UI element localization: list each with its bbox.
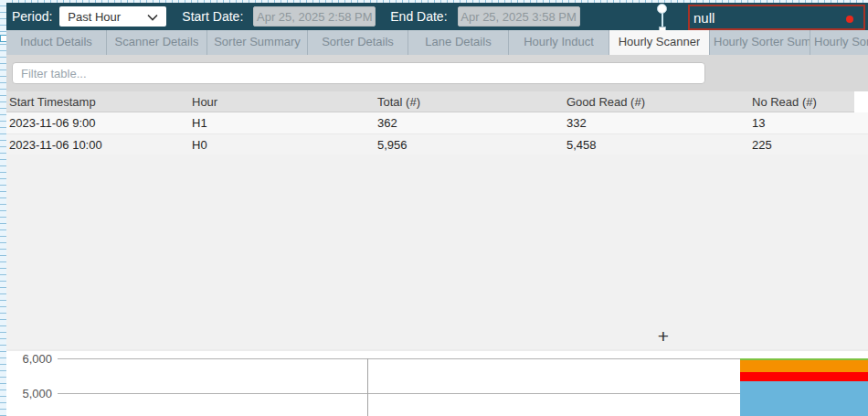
tab-sorter-details[interactable]: Sorter Details [308,30,408,55]
cell-start-timestamp: 2023-11-06 10:00 [9,138,102,152]
tab-lane-details[interactable]: Lane Details [408,30,509,55]
cell-total: 362 [377,116,397,130]
tab-bar: Induct Details Scanner Details Sorter Su… [6,30,868,55]
left-ruler [0,0,6,416]
filter-table-input[interactable] [12,62,705,84]
stacked-bar [740,351,868,416]
tab-hourly-scanner[interactable]: Hourly Scanner [609,30,710,55]
orange-segment [740,360,868,372]
cell-no-read: 13 [752,116,765,130]
table-row[interactable]: 2023-11-06 9:00 H1 362 332 13 [6,112,868,133]
tab-scanner-details[interactable]: Scanner Details [107,30,207,55]
period-select[interactable]: Past Hour [59,6,166,27]
column-header-no-read[interactable]: No Read (#) [752,95,817,109]
category-divider-line [367,358,368,416]
null-text: null [693,10,715,26]
start-date-label: Start Date: [182,9,243,24]
cell-good-read: 332 [566,116,587,130]
column-header-start-timestamp[interactable]: Start Timestamp [9,95,96,109]
cell-hour: H1 [192,116,207,130]
period-select-value: Past Hour [68,10,121,24]
selected-text-object[interactable]: null [688,5,865,30]
table-header-spacer [854,91,868,114]
start-date-field[interactable]: Apr 25, 2025 2:58 PM [253,6,376,27]
column-header-good-read[interactable]: Good Read (#) [566,95,645,109]
red-segment [740,372,868,381]
tab-hourly-sorter[interactable]: Hourly Sort [810,30,868,55]
plus-icon[interactable]: + [654,327,672,346]
period-label: Period: [12,9,52,24]
cell-no-read: 225 [752,138,772,152]
red-dot-icon [846,16,853,23]
y-axis-tick-label: 6,000 [6,352,52,366]
cell-hour: H0 [192,138,207,152]
chevron-down-icon [147,10,158,24]
column-header-total[interactable]: Total (#) [377,95,420,109]
table-header-row: Start Timestamp Hour Total (#) Good Read… [6,91,854,112]
tab-sorter-summary[interactable]: Sorter Summary [207,30,308,55]
cell-total: 5,956 [377,138,408,152]
app-canvas: Period: Past Hour Start Date: Apr 25, 20… [0,0,868,416]
table-empty-area [6,155,868,349]
table-panel: Start Timestamp Hour Total (#) Good Read… [6,55,868,349]
blue-segment [740,381,868,416]
cell-start-timestamp: 2023-11-06 9:00 [9,116,95,130]
column-header-hour[interactable]: Hour [192,95,217,109]
hourly-scanner-chart: 6,000 5,000 [6,349,868,416]
end-date-label: End Date: [390,9,447,24]
selection-anchor-circle-handle[interactable] [657,4,667,14]
end-date-field[interactable]: Apr 25, 2025 3:58 PM [458,6,580,27]
tab-induct-details[interactable]: Induct Details [6,30,107,55]
cell-good-read: 5,458 [566,138,597,152]
tab-hourly-sorter-summary[interactable]: Hourly Sorter Summar [710,30,810,55]
table-row[interactable]: 2023-11-06 10:00 H0 5,956 5,458 225 [6,133,868,155]
y-axis-tick-label: 5,000 [6,387,52,400]
tab-hourly-induct[interactable]: Hourly Induct [509,30,609,55]
